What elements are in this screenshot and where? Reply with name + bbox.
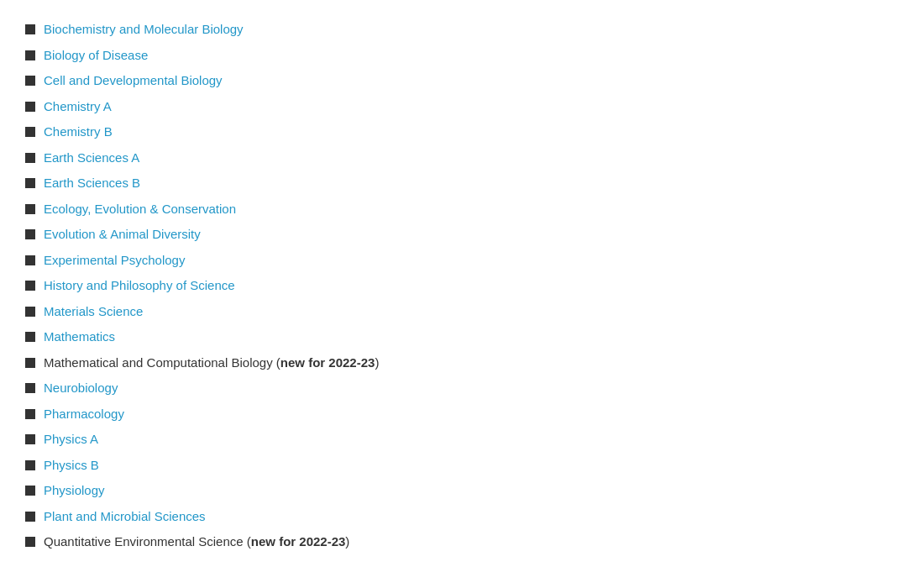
subject-link[interactable]: Biochemistry and Molecular Biology: [44, 20, 244, 39]
bullet-icon: [25, 50, 35, 60]
bullet-icon: [25, 281, 35, 291]
subject-link[interactable]: Neurobiology: [44, 379, 118, 398]
subject-link[interactable]: Experimental Psychology: [44, 251, 185, 270]
subject-link[interactable]: Earth Sciences A: [44, 149, 139, 168]
subject-link[interactable]: Mathematics: [44, 328, 115, 347]
subject-list: Biochemistry and Molecular BiologyBiolog…: [25, 17, 882, 555]
bullet-icon: [25, 332, 35, 342]
bullet-icon: [25, 153, 35, 163]
list-item: Physiology: [25, 478, 882, 504]
subject-label: Quantitative Environmental Science (new …: [44, 533, 349, 552]
bullet-icon: [25, 102, 35, 112]
list-item: Cell and Developmental Biology: [25, 68, 882, 94]
subject-link[interactable]: Ecology, Evolution & Conservation: [44, 200, 236, 219]
bullet-icon: [25, 486, 35, 496]
new-badge: new for 2022-23: [251, 534, 346, 549]
bullet-icon: [25, 127, 35, 137]
bullet-icon: [25, 460, 35, 470]
list-item: Pharmacology: [25, 402, 882, 428]
list-item: Chemistry B: [25, 119, 882, 145]
subject-link[interactable]: Biology of Disease: [44, 46, 148, 66]
subject-link[interactable]: Physics A: [44, 430, 98, 449]
bullet-icon: [25, 537, 35, 547]
list-item: Neurobiology: [25, 375, 882, 402]
list-item: Physics A: [25, 427, 882, 453]
subject-link[interactable]: Chemistry A: [44, 97, 112, 117]
list-item: Mathematical and Computational Biology (…: [25, 350, 882, 376]
list-item: Chemistry A: [25, 94, 882, 120]
bullet-icon: [25, 409, 35, 419]
new-badge: new for 2022-23: [280, 355, 375, 370]
list-item: Mathematics: [25, 324, 882, 350]
bullet-icon: [25, 434, 35, 444]
subject-link[interactable]: Evolution & Animal Diversity: [44, 225, 201, 244]
subject-link[interactable]: Chemistry B: [44, 123, 113, 142]
list-item: Ecology, Evolution & Conservation: [25, 197, 882, 223]
list-item: Evolution & Animal Diversity: [25, 222, 882, 248]
bullet-icon: [25, 24, 35, 34]
list-item: Plant and Microbial Sciences: [25, 504, 882, 530]
list-item: Experimental Psychology: [25, 248, 882, 274]
subject-link[interactable]: Pharmacology: [44, 405, 124, 424]
list-item: Biochemistry and Molecular Biology: [25, 17, 882, 43]
subject-link[interactable]: Physiology: [44, 481, 105, 501]
subject-link[interactable]: Plant and Microbial Sciences: [44, 507, 206, 527]
bullet-icon: [25, 383, 35, 393]
bullet-icon: [25, 512, 35, 522]
bullet-icon: [25, 307, 35, 317]
list-item: Physics B: [25, 453, 882, 479]
list-item: Materials Science: [25, 299, 882, 325]
bullet-icon: [25, 76, 35, 86]
subject-link[interactable]: Materials Science: [44, 302, 143, 322]
list-item: Earth Sciences A: [25, 145, 882, 171]
bullet-icon: [25, 204, 35, 214]
subject-link[interactable]: Earth Sciences B: [44, 174, 140, 193]
list-item: Earth Sciences B: [25, 171, 882, 197]
subject-label: Mathematical and Computational Biology (…: [44, 354, 379, 373]
list-item: History and Philosophy of Science: [25, 273, 882, 299]
bullet-icon: [25, 178, 35, 188]
list-item: Biology of Disease: [25, 43, 882, 69]
bullet-icon: [25, 358, 35, 368]
subject-link[interactable]: History and Philosophy of Science: [44, 276, 235, 296]
bullet-icon: [25, 229, 35, 239]
subject-link[interactable]: Cell and Developmental Biology: [44, 71, 223, 91]
subject-link[interactable]: Physics B: [44, 456, 99, 475]
bullet-icon: [25, 255, 35, 265]
list-item: Quantitative Environmental Science (new …: [25, 529, 882, 555]
